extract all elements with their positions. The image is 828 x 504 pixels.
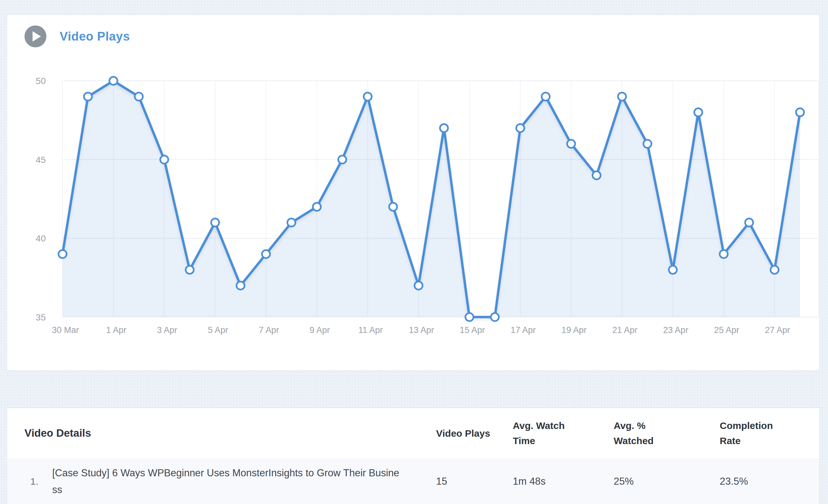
x-axis-label: 19 Apr: [562, 325, 587, 335]
data-point[interactable]: [669, 266, 677, 274]
data-point[interactable]: [567, 140, 575, 148]
completion-rate-cell: 23.5%: [720, 476, 802, 487]
data-point[interactable]: [59, 250, 67, 258]
table-header-row: Video Details Video Plays Avg. Watch Tim…: [7, 408, 819, 458]
data-point[interactable]: [84, 92, 92, 100]
avg-pct-watched-cell: 25%: [614, 476, 720, 487]
x-axis-label: 30 Mar: [52, 325, 79, 335]
data-point[interactable]: [288, 219, 296, 227]
data-point[interactable]: [262, 250, 270, 258]
data-point[interactable]: [745, 219, 753, 227]
video-plays-chart: 5045403530 Mar1 Apr3 Apr5 Apr7 Apr9 Apr1…: [7, 15, 819, 370]
data-point[interactable]: [592, 171, 601, 179]
x-axis-label: 1 Apr: [106, 325, 126, 335]
data-point[interactable]: [771, 266, 779, 274]
data-point[interactable]: [313, 203, 321, 211]
x-axis-label: 5 Apr: [208, 325, 228, 335]
column-header-avg-pct-watched: Avg. % Watched: [614, 418, 720, 448]
data-point[interactable]: [389, 203, 397, 211]
video-plays-cell: 15: [436, 476, 513, 487]
x-axis-label: 3 Apr: [157, 325, 177, 335]
data-point[interactable]: [618, 92, 626, 100]
x-axis-label: 7 Apr: [259, 325, 279, 335]
video-details-card: Video Details Video Plays Avg. Watch Tim…: [7, 408, 820, 504]
y-axis-label: 35: [36, 312, 46, 322]
x-axis-label: 13 Apr: [409, 325, 434, 335]
data-point[interactable]: [643, 140, 651, 148]
x-axis-label: 25 Apr: [714, 325, 739, 335]
video-plays-card: Video Plays 5045403530 Mar1 Apr3 Apr5 Ap…: [7, 14, 820, 371]
play-icon: [25, 26, 46, 47]
table-row: 1. [Case Study] 6 Ways WPBeginner Uses M…: [7, 458, 819, 504]
data-point[interactable]: [720, 250, 728, 258]
data-point[interactable]: [796, 108, 804, 116]
data-point[interactable]: [160, 155, 168, 164]
data-point[interactable]: [185, 266, 194, 274]
x-axis-label: 17 Apr: [510, 325, 536, 335]
y-axis-labels: 50454035: [36, 76, 46, 322]
column-header-completion-rate: Completion Rate: [720, 418, 802, 448]
play-triangle-glyph: [33, 31, 41, 42]
column-header-video-plays: Video Plays: [436, 426, 513, 441]
data-point[interactable]: [237, 281, 245, 289]
data-point[interactable]: [109, 77, 117, 85]
data-point[interactable]: [516, 124, 525, 132]
data-point[interactable]: [694, 108, 702, 116]
data-point[interactable]: [440, 124, 448, 132]
data-point[interactable]: [542, 92, 550, 100]
x-axis-label: 9 Apr: [309, 325, 330, 335]
data-point[interactable]: [414, 281, 422, 289]
data-point[interactable]: [135, 92, 143, 100]
y-axis-label: 50: [36, 76, 46, 86]
data-point[interactable]: [211, 219, 219, 227]
data-point[interactable]: [338, 155, 346, 164]
x-axis-label: 11 Apr: [359, 325, 383, 335]
video-title-cell[interactable]: [Case Study] 6 Ways WPBeginner Uses Mons…: [52, 465, 404, 498]
data-point[interactable]: [364, 92, 372, 100]
y-axis-label: 40: [36, 233, 46, 243]
table-title: Video Details: [25, 427, 436, 439]
y-axis-label: 45: [36, 155, 46, 165]
x-axis-label: 23 Apr: [663, 325, 689, 335]
data-point[interactable]: [465, 313, 473, 321]
row-number: 1.: [25, 476, 52, 487]
chart-title: Video Plays: [59, 30, 130, 43]
x-axis-labels: 30 Mar1 Apr3 Apr5 Apr7 Apr9 Apr11 Apr13 …: [52, 325, 790, 335]
avg-watch-time-cell: 1m 48s: [513, 476, 614, 487]
x-axis-label: 27 Apr: [765, 325, 790, 335]
x-axis-label: 21 Apr: [612, 325, 637, 335]
column-header-avg-watch-time: Avg. Watch Time: [513, 418, 614, 448]
chart-header: Video Plays: [25, 26, 130, 47]
x-axis-label: 15 Apr: [460, 325, 485, 335]
data-point[interactable]: [491, 313, 499, 321]
dashboard-page: Video Plays 5045403530 Mar1 Apr3 Apr5 Ap…: [0, 0, 828, 504]
